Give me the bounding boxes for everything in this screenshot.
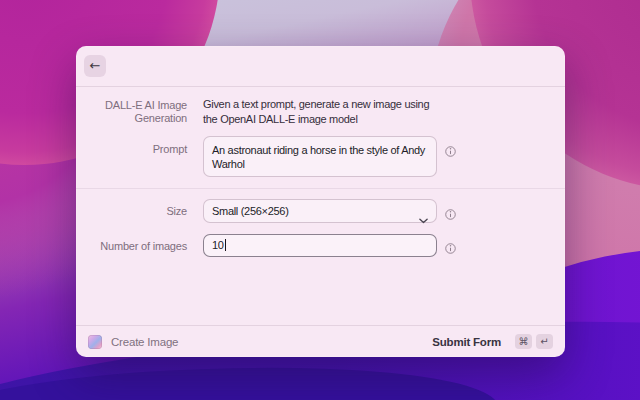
size-dropdown[interactable]: Small (256×256) [203, 199, 437, 223]
extension-description: Given a text prompt, generate a new imag… [203, 96, 437, 127]
window-header: ← [76, 46, 565, 86]
size-selected-value: Small (256×256) [212, 205, 289, 217]
number-of-images-input[interactable]: 10 [203, 234, 437, 257]
back-arrow-icon: ← [90, 58, 101, 73]
extension-form-window: ← DALL-E AI Image Generation Given a tex… [76, 46, 565, 357]
prompt-info-icon [445, 136, 456, 161]
size-row: Size Small (256×256) [76, 199, 565, 224]
prompt-row: Prompt An astronaut riding a horse in th… [76, 136, 565, 177]
dalle-extension-icon [88, 335, 102, 349]
submit-form-button[interactable]: Submit Form [432, 336, 501, 348]
section-divider [76, 188, 565, 189]
prompt-value: An astronaut riding a horse in the style… [212, 144, 425, 170]
extension-title-label: DALL-E AI Image Generation [76, 96, 187, 125]
size-info-icon [445, 199, 456, 224]
command-key-icon: ⌘ [515, 334, 532, 349]
header-divider [76, 86, 565, 87]
prompt-label: Prompt [76, 136, 187, 156]
extension-description-row: DALL-E AI Image Generation Given a text … [76, 96, 565, 127]
number-of-images-label: Number of images [76, 234, 187, 253]
number-of-images-value: 10 [212, 239, 224, 251]
command-name: Create Image [111, 336, 178, 348]
prompt-textarea[interactable]: An astronaut riding a horse in the style… [203, 136, 437, 177]
text-caret [225, 239, 227, 251]
window-footer: Create Image Submit Form ⌘ ↵ [76, 326, 565, 357]
number-of-images-info-icon [445, 234, 456, 258]
number-of-images-row: Number of images 10 [76, 234, 565, 258]
return-key-icon: ↵ [536, 334, 553, 349]
chevron-down-icon [419, 209, 428, 231]
back-button[interactable]: ← [84, 55, 106, 77]
size-label: Size [76, 199, 187, 218]
